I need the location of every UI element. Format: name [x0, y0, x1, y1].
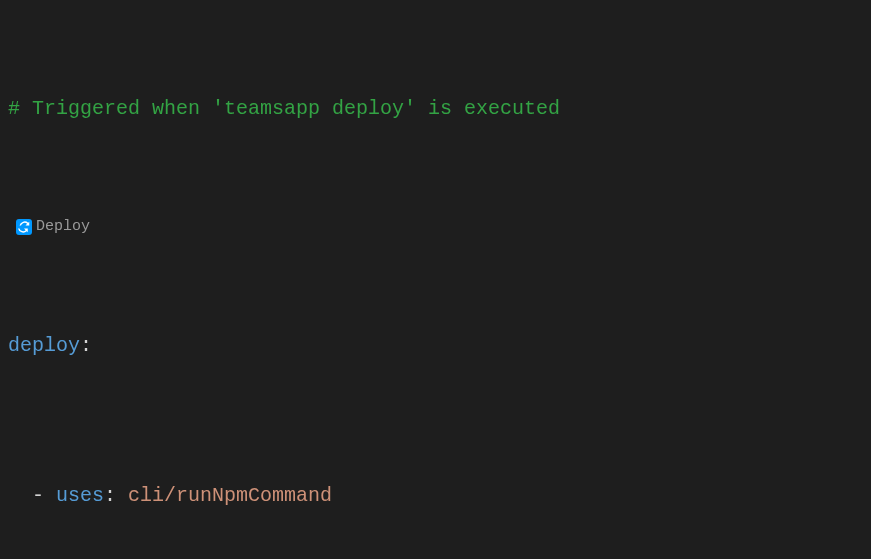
- code-editor[interactable]: # Triggered when 'teamsapp deploy' is ex…: [0, 0, 871, 559]
- deploy-key-line: deploy:: [8, 331, 863, 361]
- list-item: - uses: cli/runNpmCommand: [8, 481, 863, 511]
- codelens-deploy[interactable]: Deploy: [8, 216, 863, 239]
- refresh-icon: [16, 219, 32, 235]
- comment-text: # Triggered when 'teamsapp deploy' is ex…: [8, 97, 560, 120]
- codelens-label: Deploy: [36, 216, 90, 239]
- comment-line: # Triggered when 'teamsapp deploy' is ex…: [8, 94, 863, 124]
